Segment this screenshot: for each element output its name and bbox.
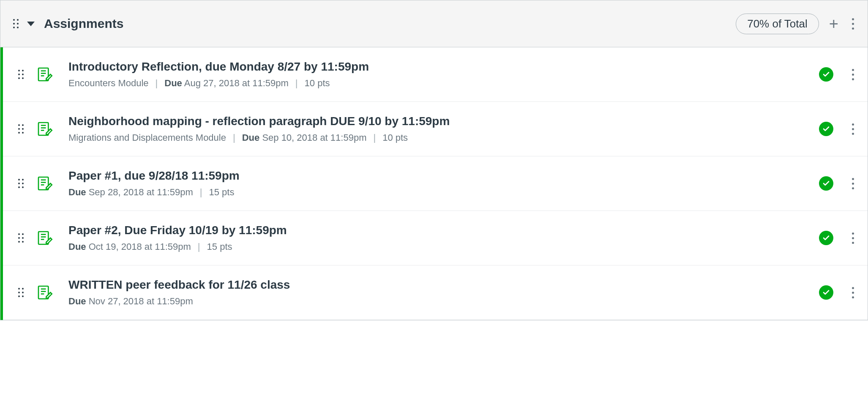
assignment-meta: Due Nov 27, 2018 at 11:59pm	[68, 296, 819, 307]
assignment-module[interactable]: Migrations and Displacements Module	[68, 132, 226, 143]
due-label: Due	[242, 132, 260, 143]
assignment-points: 10 pts	[305, 78, 330, 89]
assignment-points: 15 pts	[207, 241, 232, 252]
assignment-row[interactable]: Introductory Reflection, due Monday 8/27…	[3, 47, 868, 102]
assignment-title[interactable]: Paper #2, Due Friday 10/19 by 11:59pm	[68, 224, 819, 237]
collapse-caret-icon[interactable]	[27, 22, 35, 26]
meta-separator: |	[193, 187, 209, 198]
assignment-icon	[36, 120, 53, 137]
assignment-module[interactable]: Encounters Module	[68, 78, 149, 89]
assignment-main: Introductory Reflection, due Monday 8/27…	[68, 60, 819, 89]
assignment-icon	[36, 230, 53, 246]
assignment-main: WRITTEN peer feedback for 11/26 class Du…	[68, 278, 819, 307]
meta-separator: |	[191, 241, 207, 252]
group-title[interactable]: Assignments	[44, 16, 123, 31]
assignment-main: Paper #1, due 9/28/18 11:59pm Due Sep 28…	[68, 169, 819, 198]
published-check-icon[interactable]	[819, 231, 833, 245]
drag-handle-icon[interactable]	[18, 124, 24, 134]
assignment-icon	[36, 284, 53, 301]
due-value: Aug 27, 2018 at 11:59pm	[184, 78, 289, 88]
assignment-row[interactable]: Paper #1, due 9/28/18 11:59pm Due Sep 28…	[3, 156, 868, 211]
assignment-icon	[36, 175, 53, 192]
due-value: Sep 10, 2018 at 11:59pm	[262, 132, 366, 143]
assignment-row[interactable]: WRITTEN peer feedback for 11/26 class Du…	[3, 265, 868, 320]
assignment-options-kebab-icon[interactable]	[850, 285, 856, 300]
published-check-icon[interactable]	[819, 176, 833, 191]
assignment-meta: Due Sep 28, 2018 at 11:59pm | 15 pts	[68, 187, 819, 198]
assignment-main: Neighborhood mapping - reflection paragr…	[68, 115, 819, 143]
assignment-options-kebab-icon[interactable]	[850, 67, 856, 82]
meta-separator: |	[226, 132, 242, 143]
assignment-title[interactable]: Introductory Reflection, due Monday 8/27…	[68, 60, 819, 74]
published-check-icon[interactable]	[819, 67, 833, 82]
meta-separator: |	[366, 132, 382, 143]
assignment-options-kebab-icon[interactable]	[850, 122, 856, 137]
due-label: Due	[164, 78, 182, 88]
due-label: Due	[68, 187, 86, 197]
assignment-main: Paper #2, Due Friday 10/19 by 11:59pm Du…	[68, 224, 819, 252]
drag-handle-icon[interactable]	[18, 288, 24, 297]
due-label: Due	[68, 241, 86, 252]
assignments-group: Assignments 70% of Total +	[0, 0, 868, 320]
assignment-title[interactable]: WRITTEN peer feedback for 11/26 class	[68, 278, 819, 292]
drag-handle-icon[interactable]	[18, 179, 24, 188]
add-assignment-button[interactable]: +	[829, 16, 838, 32]
assignment-options-kebab-icon[interactable]	[850, 231, 856, 246]
group-options-kebab-icon[interactable]	[850, 16, 856, 31]
published-check-icon[interactable]	[819, 122, 833, 136]
assignment-icon	[36, 66, 53, 83]
assignment-title[interactable]: Neighborhood mapping - reflection paragr…	[68, 115, 819, 128]
assignment-title[interactable]: Paper #1, due 9/28/18 11:59pm	[68, 169, 819, 183]
drag-handle-icon[interactable]	[18, 233, 24, 243]
assignment-meta: Due Oct 19, 2018 at 11:59pm | 15 pts	[68, 241, 819, 252]
assignment-options-kebab-icon[interactable]	[850, 176, 856, 191]
drag-handle-icon[interactable]	[18, 70, 24, 79]
due-label: Due	[68, 296, 86, 306]
assignment-meta: Migrations and Displacements Module | Du…	[68, 132, 819, 143]
group-header: Assignments 70% of Total +	[0, 0, 868, 47]
assignment-points: 10 pts	[382, 132, 408, 143]
due-value: Oct 19, 2018 at 11:59pm	[89, 241, 191, 252]
group-weight-pill: 70% of Total	[736, 14, 819, 34]
assignment-meta: Encounters Module | Due Aug 27, 2018 at …	[68, 78, 819, 89]
due-value: Sep 28, 2018 at 11:59pm	[89, 187, 193, 197]
published-check-icon[interactable]	[819, 285, 833, 300]
meta-separator: |	[149, 78, 165, 89]
drag-handle-icon[interactable]	[13, 19, 19, 28]
due-value: Nov 27, 2018 at 11:59pm	[89, 296, 193, 306]
assignment-row[interactable]: Paper #2, Due Friday 10/19 by 11:59pm Du…	[3, 211, 868, 265]
assignment-row[interactable]: Neighborhood mapping - reflection paragr…	[3, 102, 868, 156]
assignment-points: 15 pts	[209, 187, 235, 198]
assignments-list: Introductory Reflection, due Monday 8/27…	[0, 47, 868, 320]
meta-separator: |	[289, 78, 305, 89]
